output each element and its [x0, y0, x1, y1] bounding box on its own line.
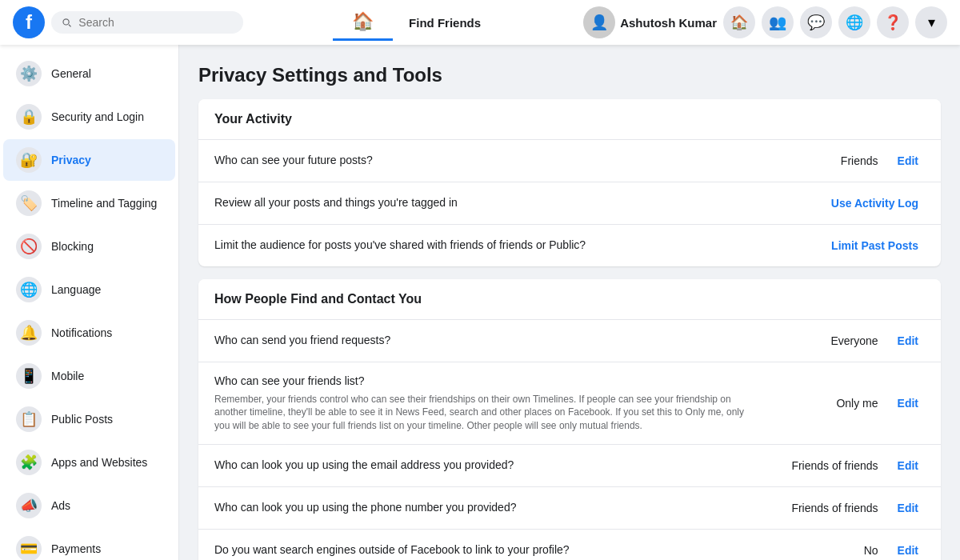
friends-list-subtext: Remember, your friends control who can s…	[214, 393, 754, 433]
sidebar-item-label: Public Posts	[51, 413, 113, 426]
find-friends-link[interactable]: Find Friends	[396, 5, 494, 41]
edit-future-posts-button[interactable]: Edit	[891, 151, 925, 170]
table-row: Who can see your future posts? Friends E…	[198, 140, 941, 182]
use-activity-log-button[interactable]: Use Activity Log	[825, 194, 925, 213]
row-value: Friends of friends	[766, 459, 878, 472]
row-description: Limit the audience for posts you've shar…	[214, 238, 687, 254]
table-row: Who can look you up using the phone numb…	[198, 487, 941, 530]
chevron-down-icon[interactable]: ▾	[915, 6, 947, 38]
sidebar-item-label: Apps and Websites	[51, 456, 147, 469]
help-icon[interactable]: ❓	[877, 6, 909, 38]
privacy-icon: 🔐	[16, 147, 42, 173]
sidebar-item-label: Payments	[51, 542, 101, 555]
user-name: Ashutosh Kumar	[620, 16, 717, 30]
how-people-find-section: How People Find and Contact You Who can …	[198, 279, 941, 560]
search-bar	[51, 11, 243, 34]
how-people-find-header: How People Find and Contact You	[198, 279, 941, 320]
sidebar-item-label: Security and Login	[51, 110, 144, 123]
friends-icon[interactable]: 👥	[762, 6, 794, 38]
table-row: Who can look you up using the email addr…	[198, 445, 941, 487]
limit-past-posts-button[interactable]: Limit Past Posts	[825, 236, 925, 255]
timeline-icon: 🏷️	[16, 190, 42, 216]
table-row: Review all your posts and things you're …	[198, 182, 941, 225]
top-navigation: f 🏠 Find Friends 👤 Ashutosh Kumar 🏠 👥 💬 …	[0, 0, 960, 45]
globe-icon[interactable]: 🌐	[838, 6, 870, 38]
apps-icon: 🧩	[16, 450, 42, 475]
search-input[interactable]	[78, 16, 234, 29]
sidebar-item-label: Notifications	[51, 326, 112, 339]
language-icon: 🌐	[16, 277, 42, 302]
sidebar-item-timeline[interactable]: 🏷️ Timeline and Tagging	[3, 182, 175, 224]
main-layout: ⚙️ General 🔒 Security and Login 🔐 Privac…	[0, 45, 960, 560]
sidebar-item-public-posts[interactable]: 📋 Public Posts	[3, 398, 175, 440]
sidebar-item-general[interactable]: ⚙️ General	[3, 53, 175, 94]
page-title: Privacy Settings and Tools	[198, 64, 941, 86]
security-icon: 🔒	[16, 104, 42, 130]
general-icon: ⚙️	[16, 61, 42, 86]
edit-search-engines-button[interactable]: Edit	[891, 541, 925, 560]
sidebar-item-apps[interactable]: 🧩 Apps and Websites	[3, 442, 175, 483]
row-description: Do you want search engines outside of Fa…	[214, 542, 754, 558]
messenger-icon[interactable]: 💬	[800, 6, 832, 38]
edit-friends-list-button[interactable]: Edit	[891, 394, 925, 413]
row-description: Review all your posts and things you're …	[214, 195, 687, 211]
sidebar-item-payments[interactable]: 💳 Payments	[3, 528, 175, 560]
table-row: Who can see your friends list? Remember,…	[198, 362, 941, 445]
blocking-icon: 🚫	[16, 234, 42, 259]
sidebar-item-mobile[interactable]: 📱 Mobile	[3, 355, 175, 397]
avatar: 👤	[583, 6, 615, 38]
row-value: Everyone	[766, 334, 878, 347]
table-row: Limit the audience for posts you've shar…	[198, 225, 941, 266]
sidebar-item-label: Blocking	[51, 240, 94, 253]
user-profile-area[interactable]: 👤 Ashutosh Kumar	[583, 6, 717, 38]
row-description: Who can see your future posts?	[214, 153, 754, 169]
sidebar-item-notifications[interactable]: 🔔 Notifications	[3, 312, 175, 354]
sidebar-item-label: Timeline and Tagging	[51, 197, 157, 210]
mobile-icon: 📱	[16, 363, 42, 389]
row-description: Who can look you up using the email addr…	[214, 458, 754, 474]
home-nav-button[interactable]: 🏠	[333, 5, 393, 41]
your-activity-section: Your Activity Who can see your future po…	[198, 99, 941, 266]
edit-phone-lookup-button[interactable]: Edit	[891, 498, 925, 518]
friends-list-description: Who can see your friends list?	[214, 374, 365, 387]
edit-friend-requests-button[interactable]: Edit	[891, 331, 925, 350]
nav-right: 👤 Ashutosh Kumar 🏠 👥 💬 🌐 ❓ ▾	[583, 6, 947, 38]
table-row: Who can send you friend requests? Everyo…	[198, 320, 941, 362]
sidebar-item-label: Privacy	[51, 154, 91, 166]
sidebar-item-label: General	[51, 67, 91, 80]
row-description: Who can send you friend requests?	[214, 333, 754, 349]
sidebar-item-ads[interactable]: 📣 Ads	[3, 485, 175, 526]
sidebar-item-label: Mobile	[51, 370, 84, 382]
facebook-logo: f	[13, 6, 45, 38]
row-description: Who can look you up using the phone numb…	[214, 500, 754, 516]
sidebar-item-blocking[interactable]: 🚫 Blocking	[3, 226, 175, 267]
row-description: Who can see your friends list? Remember,…	[214, 374, 754, 433]
payments-icon: 💳	[16, 536, 42, 560]
your-activity-header: Your Activity	[198, 99, 941, 140]
sidebar-item-privacy[interactable]: 🔐 Privacy	[3, 139, 175, 181]
sidebar-item-label: Ads	[51, 499, 70, 512]
sidebar: ⚙️ General 🔒 Security and Login 🔐 Privac…	[0, 45, 179, 560]
row-value: No	[766, 544, 878, 557]
table-row: Do you want search engines outside of Fa…	[198, 530, 941, 560]
nav-center: 🏠 Find Friends	[250, 5, 577, 41]
sidebar-item-label: Language	[51, 283, 101, 296]
search-icon	[61, 16, 72, 29]
edit-email-lookup-button[interactable]: Edit	[891, 456, 925, 475]
ads-icon: 📣	[16, 493, 42, 518]
sidebar-item-language[interactable]: 🌐 Language	[3, 269, 175, 310]
row-value: Only me	[766, 397, 878, 410]
home-button[interactable]: 🏠	[723, 6, 755, 38]
home-icon: 🏠	[352, 11, 374, 31]
row-value: Friends	[766, 154, 878, 167]
notifications-icon: 🔔	[16, 320, 42, 346]
public-posts-icon: 📋	[16, 406, 42, 432]
sidebar-item-security[interactable]: 🔒 Security and Login	[3, 96, 175, 138]
main-content: Privacy Settings and Tools Your Activity…	[179, 45, 960, 560]
row-value: Friends of friends	[766, 502, 878, 514]
